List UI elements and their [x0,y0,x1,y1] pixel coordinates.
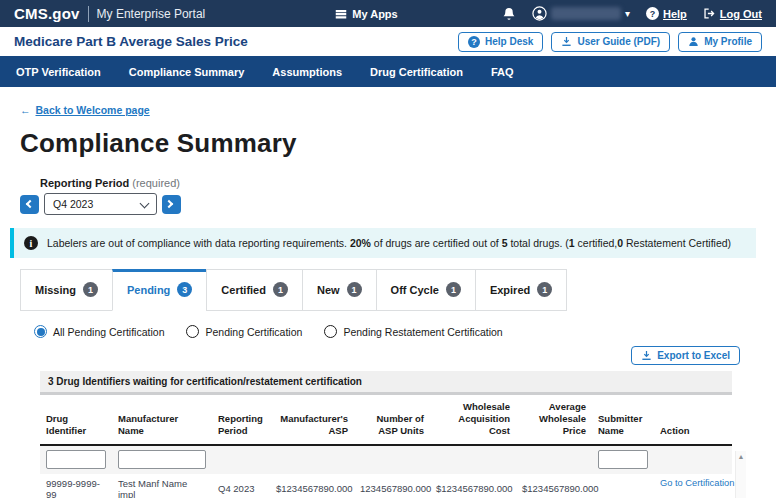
tab-missing[interactable]: Missing 1 [20,269,113,311]
notifications-button[interactable] [502,7,516,21]
my-apps-label: My Apps [352,8,397,20]
nav-drug-certification[interactable]: Drug Certification [370,66,463,78]
chevron-left-icon [26,199,34,207]
user-guide-button[interactable]: User Guide (PDF) [551,32,670,52]
radio-label: Pending Certification [205,326,302,338]
my-profile-button[interactable]: My Profile [678,32,762,52]
top-bar: CMS.gov My Enterprise Portal My Apps ▾ ?… [0,0,776,27]
wac-cell: $1234567890.000 [430,474,516,498]
units-cell: 1234567890.000 [354,474,430,498]
help-link[interactable]: ? Help [646,7,687,20]
tab-count-badge: 1 [347,282,362,297]
table-row: 99999-9999-99 Test Manf Name impl Q4 202… [40,474,732,498]
user-circle-icon [532,6,547,21]
col-average-wholesale-price: Average Wholesale Price [516,395,592,445]
nav-assumptions[interactable]: Assumptions [272,66,342,78]
help-desk-button[interactable]: ? Help Desk [458,32,543,52]
radio-label: Pending Restatement Certification [343,326,502,338]
tab-label: Missing [35,284,76,296]
compliance-alert: i Labelers are out of compliance with da… [10,228,756,258]
tab-count-badge: 1 [83,282,98,297]
app-title: Medicare Part B Average Sales Price [14,34,248,49]
tab-count-badge: 1 [446,282,461,297]
main-nav: OTP Verification Compliance Summary Assu… [0,56,776,87]
submitter-name-filter-input[interactable] [598,450,648,469]
chevron-down-icon: ▾ [625,8,630,19]
info-icon: i [24,236,38,250]
next-period-button[interactable] [162,195,181,214]
question-icon: ? [646,7,659,20]
status-tabs: Missing 1 Pending 3 Certified 1 New 1 Of… [20,269,756,311]
scroll-up-icon[interactable]: ▲ [736,451,746,463]
col-manufacturers-asp: Manufacturer's ASP [270,395,354,445]
chevron-right-icon [165,199,173,207]
logout-icon [703,7,716,20]
apps-grid-icon [335,8,347,20]
col-manufacturer-name: Manufacturer Name [112,395,212,445]
awp-cell: $1234567890.000 [516,474,592,498]
radio-all-pending-certification[interactable]: All Pending Certification [34,325,164,338]
table-scrollbar[interactable]: ▲ [735,451,746,498]
back-arrow-icon: ← [20,104,31,116]
filter-row [40,445,732,474]
app-header: Medicare Part B Average Sales Price ? He… [0,27,776,56]
col-number-of-asp-units: Number of ASP Units [354,395,430,445]
col-reporting-period: Reporting Period [212,395,270,445]
reporting-period-value: Q4 2023 [53,198,93,210]
logout-label: Log Out [720,8,762,20]
help-desk-label: Help Desk [485,36,533,47]
cms-logo[interactable]: CMS.gov [14,5,80,22]
manufacturer-name-filter-input[interactable] [118,450,206,469]
radio-icon [34,325,47,338]
download-icon [561,36,572,47]
period-cell: Q4 2023 [212,474,270,498]
chevron-down-icon [140,199,150,209]
tab-label: Off Cycle [391,284,439,296]
col-drug-identifier: Drug Identifier [40,395,112,445]
back-to-welcome-link[interactable]: ← Back to Welcome page [20,104,150,116]
redacted-account-name [551,7,621,20]
help-label: Help [663,8,687,20]
tab-count-badge: 1 [537,282,552,297]
page-title: Compliance Summary [20,128,756,159]
radio-pending-restatement-certification[interactable]: Pending Restatement Certification [324,325,502,338]
tab-off-cycle[interactable]: Off Cycle 1 [376,269,476,311]
my-profile-label: My Profile [704,36,752,47]
tab-label: Expired [490,284,530,296]
back-link-label: Back to Welcome page [36,104,150,116]
tab-certified[interactable]: Certified 1 [206,269,303,311]
table-caption: 3 Drug Identifiers waiting for certifica… [40,371,732,395]
radio-pending-certification[interactable]: Pending Certification [186,325,302,338]
my-apps-menu[interactable]: My Apps [335,8,397,20]
go-to-certification-link[interactable]: Go to Certification → [660,478,746,488]
tab-pending[interactable]: Pending 3 [112,269,207,311]
tab-label: New [317,284,340,296]
previous-period-button[interactable] [20,195,39,214]
question-icon: ? [468,36,480,48]
portal-name: My Enterprise Portal [97,7,206,21]
nav-otp-verification[interactable]: OTP Verification [16,66,101,78]
tab-label: Pending [127,284,170,296]
download-icon [641,350,652,361]
pending-filter-radios: All Pending Certification Pending Certif… [34,325,756,338]
nav-faq[interactable]: FAQ [491,66,514,78]
tab-new[interactable]: New 1 [302,269,377,311]
brand-divider [88,6,89,22]
reporting-period-select[interactable]: Q4 2023 [44,193,157,215]
reporting-period-label: Reporting Period (required) [40,177,756,189]
tab-expired[interactable]: Expired 1 [475,269,567,311]
export-to-excel-button[interactable]: Export to Excel [631,346,740,365]
tab-label: Certified [221,284,266,296]
nav-compliance-summary[interactable]: Compliance Summary [129,66,245,78]
radio-icon [186,325,199,338]
radio-label: All Pending Certification [53,326,164,338]
asp-cell: $1234567890.000 [270,474,354,498]
account-dropdown[interactable]: ▾ [532,6,630,21]
drug-identifier-filter-input[interactable] [46,450,106,469]
user-guide-label: User Guide (PDF) [577,36,660,47]
alert-message: Labelers are out of compliance with data… [47,237,731,249]
col-wholesale-acquisition-cost: Wholesale Acquisition Cost [430,395,516,445]
pending-drugs-table: 3 Drug Identifiers waiting for certifica… [40,371,732,498]
export-label: Export to Excel [657,350,730,361]
logout-link[interactable]: Log Out [703,7,762,20]
